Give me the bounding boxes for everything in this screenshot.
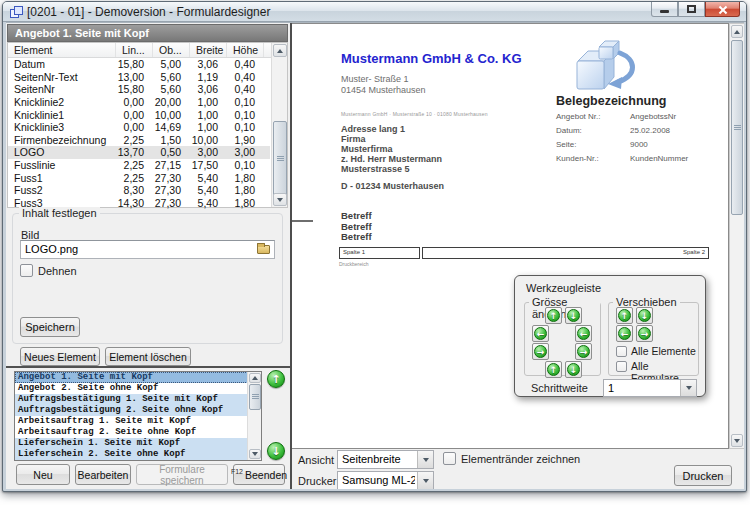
move-left-button[interactable]: ←	[616, 325, 633, 342]
list-item-auftragsbestaetigung-1[interactable]: Auftragsbestätigung 1. Seite mit Kopf	[15, 394, 248, 405]
SeitenNr-Text[interactable]: SeitenNr-Text 13,00 5,60 1,19 0,40	[8, 71, 270, 84]
scrollbar-thumb[interactable]	[731, 40, 743, 215]
resize-top-grow-icon: ↑	[547, 309, 560, 322]
ansicht-label: Ansicht	[298, 454, 334, 466]
Fuss2[interactable]: Fuss2 8,30 27,30 5,40 1,80	[8, 184, 270, 197]
resize-top-shrink-button[interactable]: ↓	[565, 307, 582, 324]
speichern-button[interactable]: Speichern	[20, 317, 80, 337]
verschieben-group: Verschieben ↑↓←→ Alle Elemente Alle Form…	[608, 302, 699, 376]
dehnen-checkbox[interactable]	[20, 264, 33, 277]
close-button[interactable]	[705, 2, 740, 17]
arrow-down-icon: ↓	[271, 445, 280, 458]
bearbeiten-button[interactable]: Bearbeiten	[75, 464, 131, 485]
elements-table-header[interactable]: Element Lin... Ob... Breite Höhe	[8, 43, 287, 58]
resize-right-shrink-icon: ←	[577, 327, 590, 340]
resize-right-grow-icon: →	[577, 345, 590, 358]
column-header-links[interactable]: Lin...	[116, 43, 153, 57]
list-item-arbeitsauftrag-1[interactable]: Arbeitsauftrag 1. Seite mit Kopf	[15, 416, 248, 427]
beenden-button[interactable]: F12 Beenden	[233, 464, 285, 485]
scrollbar-thumb[interactable]	[249, 384, 261, 410]
elements-table[interactable]: Element Lin... Ob... Breite Höhe Datum 1…	[7, 42, 288, 208]
preview-recipient-block: Adresse lang 1FirmaMusterfirmaz. Hd. Her…	[341, 124, 501, 174]
groesse-aendern-group: Grösse ändern ↑↓←←→→↑↓	[524, 302, 601, 376]
move-form-up-button[interactable]: ↑	[267, 370, 285, 388]
Firmenbezeichnung[interactable]: Firmenbezeichnung 2,25 1,50 10,00 1,90	[8, 134, 270, 147]
scroll-down-button[interactable]	[273, 193, 287, 206]
list-item-angebot-2[interactable]: Angebot 2. Seite ohne Kopf	[15, 383, 248, 394]
resize-top-grow-button[interactable]: ↑	[545, 307, 562, 324]
list-item-auftragsbestaetigung-2[interactable]: Auftragsbestätigung 2. Seite ohne Kopf	[15, 405, 248, 416]
resize-left-shrink-button[interactable]: →	[532, 343, 549, 360]
werkzeugleiste-panel[interactable]: Werkzeugleiste Grösse ändern ↑↓←←→→↑↓ Ve…	[514, 275, 706, 397]
elementraender-label: Elementränder zeichnen	[461, 453, 580, 465]
Fusslinie[interactable]: Fusslinie 2,25 27,15 17,50 0,10	[8, 159, 270, 172]
Fuss1[interactable]: Fuss1 2,25 27,30 5,40 1,80	[8, 171, 270, 184]
dropdown-button[interactable]	[680, 380, 696, 396]
title-bar[interactable]: [0201 - 01] - Demoversion - Formulardesi…	[3, 2, 746, 22]
schrittweite-select[interactable]: 1	[603, 379, 697, 397]
logo-image	[568, 37, 642, 95]
alle-elemente-checkbox[interactable]	[616, 346, 627, 357]
preview-company-name: Mustermann GmbH & Co. KG	[341, 51, 522, 66]
column-header-breite[interactable]: Breite	[190, 43, 227, 57]
app-icon	[10, 6, 23, 19]
triangle-down-icon	[277, 198, 283, 202]
resize-bottom-shrink-button[interactable]: ↑	[545, 361, 562, 378]
alle-formulare-checkbox[interactable]	[616, 361, 627, 372]
chevron-down-icon	[423, 479, 429, 483]
browse-file-button[interactable]	[255, 243, 272, 256]
preview-scrollbar[interactable]	[729, 23, 744, 449]
resize-bottom-grow-button[interactable]: ↓	[565, 361, 582, 378]
bild-input[interactable]: LOGO.png	[20, 240, 275, 259]
Datum[interactable]: Datum 15,80 5,00 3,06 0,40	[8, 58, 270, 71]
column-header-hoehe[interactable]: Höhe	[227, 43, 264, 57]
drucken-button[interactable]: Drucken	[674, 465, 732, 486]
neues-element-button[interactable]: Neues Element	[20, 347, 100, 366]
scrollbar-thumb[interactable]	[273, 121, 287, 196]
resize-right-grow-button[interactable]: →	[575, 343, 592, 360]
resize-left-grow-button[interactable]: ←	[532, 325, 549, 342]
Knicklinie2[interactable]: Knicklinie2 0,00 20,00 1,00 0,10	[8, 96, 270, 109]
resize-right-shrink-button[interactable]: ←	[575, 325, 592, 342]
element-loeschen-button[interactable]: Element löschen	[105, 347, 191, 366]
move-right-icon: →	[638, 327, 651, 340]
elements-table-scrollbar[interactable]	[271, 43, 287, 207]
Knicklinie1[interactable]: Knicklinie1 0,00 10,00 1,00 0,10	[8, 108, 270, 121]
scroll-up-button[interactable]	[249, 373, 261, 383]
list-item-lieferschein-1[interactable]: Lieferschein 1. Seite mit Kopf	[15, 438, 248, 449]
column-header-oben[interactable]: Ob...	[153, 43, 190, 57]
move-left-icon: ←	[618, 327, 631, 340]
move-up-button[interactable]: ↑	[616, 307, 633, 324]
dropdown-button[interactable]	[417, 472, 433, 489]
preview-column-1: Spalte 1	[339, 247, 420, 259]
drucker-select[interactable]: Samsung ML-2010 Se	[337, 471, 434, 489]
list-item-arbeitsauftrag-2[interactable]: Arbeitsauftrag 2. Seite ohne Kopf	[15, 427, 248, 438]
ansicht-select[interactable]: Seitenbreite	[337, 450, 434, 469]
scroll-down-button[interactable]	[249, 449, 261, 459]
Knicklinie3[interactable]: Knicklinie3 0,00 14,69 1,00 0,10	[8, 121, 270, 134]
forms-list-scrollbar[interactable]	[247, 372, 261, 460]
fold-mark-line	[292, 220, 313, 222]
scroll-up-button[interactable]	[273, 44, 287, 57]
scroll-up-button[interactable]	[731, 25, 743, 38]
LOGO[interactable]: LOGO 13,70 0,50 3,00 3,00	[8, 146, 270, 159]
dropdown-button[interactable]	[417, 451, 433, 468]
move-right-button[interactable]: →	[636, 325, 653, 342]
elementraender-checkbox[interactable]	[443, 452, 456, 465]
SeitenNr[interactable]: SeitenNr 15,80 5,60 3,06 0,40	[8, 83, 270, 96]
scroll-down-button[interactable]	[731, 434, 743, 447]
maximize-button[interactable]	[678, 2, 705, 17]
minimize-button[interactable]	[651, 2, 678, 17]
formulare-speichern-button[interactable]: Formulare speichern	[136, 464, 228, 485]
neu-button[interactable]: Neu	[16, 464, 70, 485]
column-header-element[interactable]: Element	[8, 43, 116, 57]
list-item-lieferschein-2[interactable]: Lieferschein 2. Seite ohne Kopf	[15, 449, 248, 460]
list-item-angebot-1[interactable]: Angebot 1. Seite mit Kopf	[15, 372, 248, 383]
folder-open-icon	[257, 245, 270, 254]
move-form-down-button[interactable]: ↓	[267, 442, 285, 460]
move-down-button[interactable]: ↓	[636, 307, 653, 324]
maximize-icon	[687, 5, 696, 13]
app-window: [0201 - 01] - Demoversion - Formulardesi…	[2, 1, 747, 492]
forms-listbox[interactable]: Angebot 1. Seite mit KopfAngebot 2. Seit…	[14, 371, 262, 461]
move-up-icon: ↑	[618, 309, 631, 322]
